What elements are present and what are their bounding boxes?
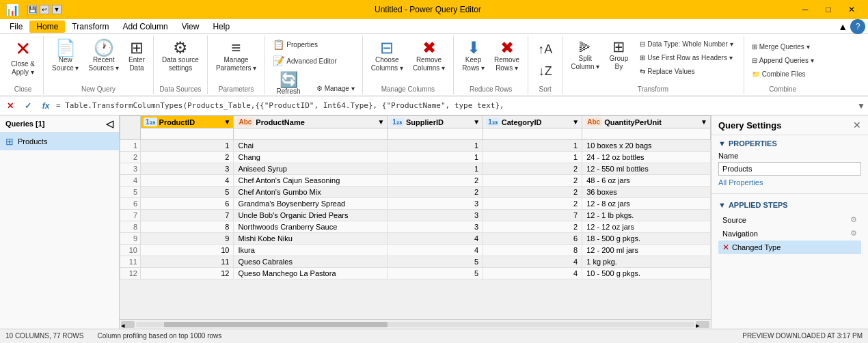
combine-files-button[interactable]: 📁 Combine Files — [748, 68, 809, 80]
navigation-gear-icon[interactable]: ⚙ — [850, 229, 857, 238]
manage-parameters-button[interactable]: ≡ ManageParameters ▾ — [212, 37, 260, 75]
menu-home[interactable]: Home — [29, 20, 65, 33]
query-item-products[interactable]: ⊞ Products — [0, 133, 119, 150]
menu-add-column[interactable]: Add Column — [116, 20, 175, 33]
group-by-button[interactable]: ⊞ GroupBy — [605, 37, 632, 74]
col-header-quantity-per-unit[interactable]: Abc QuantityPerUnit ▼ — [582, 116, 711, 140]
cell-productname: Chef Anton's Cajun Seasoning — [234, 175, 388, 187]
save-btn[interactable]: 💾 — [27, 5, 37, 14]
changed-type-delete-icon[interactable]: ✕ — [722, 243, 729, 252]
split-column-button[interactable]: ⫸ SplitColumn ▾ — [567, 37, 603, 74]
data-grid-container[interactable]: 1₂₃ ProductID ▼ Abc — [120, 115, 711, 319]
menu-view[interactable]: View — [175, 20, 206, 33]
query-name-input[interactable] — [718, 162, 861, 176]
table-row[interactable]: 3 3 Aniseed Syrup 1 2 12 - 550 ml bottle… — [120, 163, 711, 175]
col-filter-supplierid — [388, 128, 483, 139]
cell-categoryid: 8 — [483, 245, 582, 256]
col-type-icon-quantityperunit: Abc — [585, 118, 602, 126]
collapse-queries-button[interactable]: ◁ — [106, 118, 113, 129]
applied-step-changed-type[interactable]: ✕ Changed Type — [718, 241, 861, 254]
advanced-editor-button[interactable]: 📝 Advanced Editor — [269, 53, 340, 68]
window-close-button[interactable]: ✕ — [841, 0, 863, 19]
cell-productid: 9 — [141, 233, 234, 245]
properties-button[interactable]: 📋 Properties — [269, 37, 321, 52]
all-properties-link[interactable]: All Properties — [718, 178, 763, 187]
horizontal-scrollbar[interactable]: ◂ ▸ — [120, 319, 711, 329]
remove-columns-button[interactable]: ✖ RemoveColumns ▾ — [409, 37, 449, 75]
table-row[interactable]: 9 9 Mishi Kobe Niku 4 6 18 - 500 g pkgs. — [120, 233, 711, 245]
formula-bar-input[interactable] — [56, 101, 854, 110]
keep-rows-button[interactable]: ⬇ KeepRows ▾ — [458, 37, 489, 75]
choose-columns-button[interactable]: ⊟ ChooseColumns ▾ — [367, 37, 407, 75]
cell-categoryid: 4 — [483, 268, 582, 279]
cell-productid: 3 — [141, 163, 234, 175]
new-source-button[interactable]: 📄 NewSource ▾ — [48, 37, 83, 75]
applied-step-navigation[interactable]: Navigation ⚙ — [718, 227, 861, 240]
table-row[interactable]: 11 11 Queso Cabrales 5 4 1 kg pkg. — [120, 256, 711, 268]
maximize-button[interactable]: □ — [817, 0, 839, 19]
sort-descending-button[interactable]: ↓Z — [535, 62, 556, 81]
table-row[interactable]: 2 2 Chang 1 1 24 - 12 oz bottles — [120, 152, 711, 163]
formula-accept-button[interactable]: ✓ — [21, 98, 36, 113]
cell-categoryid: 2 — [483, 187, 582, 198]
settings-header: Query Settings ✕ — [711, 115, 868, 135]
merge-queries-button[interactable]: ⊞ Merge Queries ▾ — [748, 41, 813, 53]
table-row[interactable]: 7 7 Uncle Bob's Organic Dried Pears 3 7 … — [120, 210, 711, 221]
col-header-category-id[interactable]: 1₂₃ CategoryID ▼ — [483, 116, 582, 140]
formula-fx-button[interactable]: fx — [38, 98, 53, 113]
col-header-product-id[interactable]: 1₂₃ ProductID ▼ — [141, 116, 234, 140]
menu-help[interactable]: Help — [206, 20, 236, 33]
data-type-button[interactable]: ⊟ Data Type: Whole Number ▾ — [636, 38, 736, 50]
ribbon-group-query: 📋 Properties 📝 Advanced Editor 🔄 Refresh… — [265, 36, 362, 94]
ribbon-group-parameters: ≡ ManageParameters ▾ Parameters — [208, 36, 265, 94]
collapse-ribbon-button[interactable]: ▲ — [838, 21, 847, 32]
menu-file[interactable]: File — [3, 20, 29, 33]
manage-columns-label: Manage Columns — [381, 84, 435, 93]
cell-productname: Grandma's Boysenberry Spread — [234, 198, 388, 210]
col-dropdown-categoryid[interactable]: ▼ — [572, 118, 579, 126]
col-header-product-name[interactable]: Abc ProductName ▼ — [234, 116, 388, 140]
quick-access-dropdown[interactable]: ▼ — [52, 5, 62, 14]
formula-expand-button[interactable]: ▼ — [857, 101, 865, 111]
table-row[interactable]: 4 4 Chef Anton's Cajun Seasoning 2 2 48 … — [120, 175, 711, 187]
row-num-cell: 9 — [120, 233, 141, 245]
properties-chevron[interactable]: ▼ — [718, 139, 726, 148]
remove-rows-button[interactable]: ✖ RemoveRows ▾ — [490, 37, 524, 75]
table-row[interactable]: 6 6 Grandma's Boysenberry Spread 3 2 12 … — [120, 198, 711, 210]
enter-data-button[interactable]: ⊞ EnterData — [124, 37, 149, 75]
col-dropdown-productid[interactable]: ▼ — [224, 118, 231, 126]
table-row[interactable]: 8 8 Northwoods Cranberry Sauce 3 2 12 - … — [120, 221, 711, 233]
use-first-row-headers-button[interactable]: ⊞ Use First Row as Headers ▾ — [636, 52, 736, 64]
table-row[interactable]: 10 10 Ikura 4 8 12 - 200 ml jars — [120, 245, 711, 256]
applied-step-source[interactable]: Source ⚙ — [718, 213, 861, 226]
scroll-right-button[interactable]: ▸ — [696, 321, 709, 328]
col-header-supplier-id[interactable]: 1₂₃ SupplierID ▼ — [388, 116, 483, 140]
cell-productid: 2 — [141, 152, 234, 163]
col-dropdown-quantityperunit[interactable]: ▼ — [701, 118, 707, 126]
replace-values-button[interactable]: ⇆ Replace Values — [636, 66, 736, 77]
col-dropdown-productname[interactable]: ▼ — [377, 118, 384, 126]
minimize-button[interactable]: ─ — [794, 0, 816, 19]
table-row[interactable]: 5 5 Chef Anton's Gumbo Mix 2 2 36 boxes — [120, 187, 711, 198]
append-queries-button[interactable]: ⊟ Append Queries ▾ — [748, 55, 817, 66]
scroll-left-button[interactable]: ◂ — [121, 321, 135, 328]
help-button[interactable]: ? — [850, 19, 865, 34]
menu-transform[interactable]: Transform — [65, 20, 116, 33]
formula-cancel-button[interactable]: ✕ — [3, 98, 18, 113]
row-num-cell: 7 — [120, 210, 141, 221]
close-apply-button[interactable]: ✕ Close &Apply ▾ — [7, 37, 39, 79]
settings-close-button[interactable]: ✕ — [853, 120, 861, 131]
ribbon-group-data-sources: ⚙ Data sourcesettings Data Sources — [154, 36, 208, 94]
col-dropdown-supplierid[interactable]: ▼ — [473, 118, 480, 126]
data-source-settings-button[interactable]: ⚙ Data sourcesettings — [158, 37, 203, 75]
source-gear-icon[interactable]: ⚙ — [850, 215, 857, 224]
table-row[interactable]: 1 1 Chai 1 1 10 boxes x 20 bags — [120, 140, 711, 152]
cell-productname: Ikura — [234, 245, 388, 256]
undo-btn[interactable]: ↩ — [40, 5, 49, 14]
table-row[interactable]: 12 12 Queso Manchego La Pastora 5 4 10 -… — [120, 268, 711, 279]
ribbon-group-transform: ⫸ SplitColumn ▾ ⊞ GroupBy ⊟ Data Type: W… — [562, 36, 744, 94]
applied-steps-chevron[interactable]: ▼ — [718, 201, 726, 209]
cell-supplierid: 1 — [388, 140, 483, 152]
recent-sources-button[interactable]: 🕐 RecentSources ▾ — [84, 37, 122, 75]
sort-ascending-button[interactable]: ↑A — [535, 40, 556, 59]
